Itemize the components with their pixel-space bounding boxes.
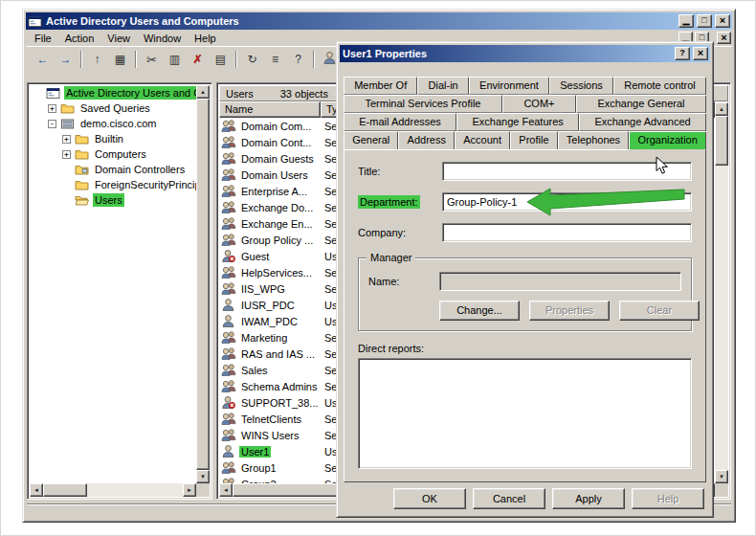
direct-reports-listbox[interactable]	[358, 358, 692, 469]
tree-item-builtin[interactable]: +Builtin	[30, 131, 196, 146]
list-item-name-cell: Domain Users	[219, 168, 321, 181]
dialog-close-button[interactable]: ×	[693, 47, 708, 60]
refresh-icon: ↻	[247, 53, 256, 66]
list-item-name-cell: Domain Guests	[219, 152, 321, 165]
tab-terminal-services-profile[interactable]: Terminal Services Profile	[344, 95, 502, 113]
export-list-icon: ≡	[272, 53, 278, 66]
tab-exchange-general[interactable]: Exchange General	[576, 95, 706, 113]
group-icon	[221, 201, 236, 213]
change-button[interactable]: Change...	[439, 301, 520, 321]
tree-item-active-directory-users-and-computer[interactable]: +Active Directory Users and Computer	[30, 85, 196, 100]
scroll-left-icon[interactable]: ◄	[30, 483, 43, 497]
minimize-button[interactable]: ▁	[678, 14, 694, 28]
group-icon	[221, 413, 236, 425]
scroll-up-icon[interactable]: ▲	[715, 102, 728, 116]
user-icon	[221, 299, 236, 311]
tab-account[interactable]: Account	[455, 131, 510, 150]
tree-item-saved-queries[interactable]: +Saved Queries	[30, 100, 196, 116]
tree-item-demo-cisco-com[interactable]: -demo.cisco.com	[30, 116, 196, 131]
tab-com[interactable]: COM+	[502, 95, 576, 113]
user1-properties-dialog: User1 Properties ? × Member OfDial-inEnv…	[336, 41, 714, 518]
tab-profile[interactable]: Profile	[510, 131, 558, 150]
manager-name-row: Name:	[368, 272, 681, 291]
scroll-down-icon[interactable]: ▼	[715, 470, 728, 483]
tab-remote-control[interactable]: Remote control	[613, 77, 706, 95]
menu-view[interactable]: View	[100, 31, 137, 46]
scrollbar-thumb[interactable]	[715, 116, 728, 166]
toolbar-delete-button[interactable]: ✗	[187, 49, 209, 70]
toolbar-forward-button[interactable]: →	[55, 49, 77, 70]
toolbar-show-tree-button[interactable]: ▦	[109, 49, 131, 70]
list-item-name-cell: Group Policy ...	[219, 234, 321, 246]
menu-file[interactable]: File	[28, 31, 58, 46]
scrollbar-thumb[interactable]	[196, 99, 210, 470]
ok-button[interactable]: OK	[393, 488, 466, 509]
tab-telephones[interactable]: Telephones	[558, 131, 630, 150]
cancel-button[interactable]: Cancel	[473, 488, 545, 509]
apply-button[interactable]: Apply	[552, 488, 625, 509]
tree-item-domain-controllers[interactable]: +Domain Controllers	[30, 162, 196, 177]
screenshot-root: Active Directory Users and Computers ▁ □…	[0, 0, 756, 536]
scrollbar-thumb[interactable]	[233, 483, 338, 497]
tab-general[interactable]: General	[344, 131, 398, 150]
close-button[interactable]: ×	[715, 14, 730, 28]
manager-buttons-row: Change...PropertiesClear	[439, 301, 681, 321]
tree-item-label: Computers	[93, 147, 148, 161]
user-icon	[221, 315, 236, 327]
tree-toggle-icon[interactable]: +	[48, 104, 56, 113]
scrollbar-thumb[interactable]	[43, 483, 87, 497]
list-vertical-scrollbar[interactable]: ▲ ▼	[715, 102, 728, 483]
group-icon	[221, 429, 236, 441]
toolbar-cut-button[interactable]: ✂	[141, 49, 163, 70]
scroll-up-icon[interactable]: ▲	[196, 85, 210, 99]
tab-organization[interactable]: Organization	[629, 131, 706, 150]
tree-toggle-icon[interactable]: +	[62, 150, 71, 159]
tab-member-of[interactable]: Member Of	[344, 77, 417, 95]
tab-exchange-advanced[interactable]: Exchange Advanced	[579, 113, 706, 131]
list-item-name-cell: Group1	[219, 461, 321, 474]
tree-item-users[interactable]: +Users	[30, 192, 196, 208]
list-item-name: WINS Users	[239, 430, 301, 441]
group-icon	[221, 234, 236, 246]
toolbar-up-one-level-button[interactable]: ↑	[86, 49, 108, 70]
console-icon	[46, 87, 60, 100]
tree-toggle-icon[interactable]: -	[48, 120, 56, 128]
list-item-name-cell: Domain Com...	[219, 120, 321, 132]
tab-dial-in[interactable]: Dial-in	[417, 77, 469, 95]
toolbar-back-button[interactable]: ←	[32, 49, 54, 70]
tree-item-label: demo.cisco.com	[78, 117, 158, 130]
tree-item-foreignsecurityprincipals[interactable]: +ForeignSecurityPrincipals	[30, 177, 196, 192]
tab-e-mail-addresses[interactable]: E-mail Addresses	[344, 113, 456, 131]
child-close-button[interactable]: ×	[717, 32, 731, 44]
tab-environment[interactable]: Environment	[469, 77, 549, 95]
group-icon	[221, 136, 236, 148]
tree-vertical-scrollbar[interactable]: ▲ ▼	[196, 85, 210, 483]
tab-exchange-features[interactable]: Exchange Features	[456, 113, 579, 131]
menu-help[interactable]: Help	[188, 31, 223, 46]
toolbar-properties-button[interactable]: ▤	[210, 49, 232, 70]
toolbar-refresh-button[interactable]: ↻	[241, 49, 263, 70]
list-item-name-cell: HelpServices...	[219, 266, 321, 279]
list-item-name-cell: Exchange Do...	[219, 201, 321, 213]
toolbar-help-button[interactable]: ?	[287, 49, 309, 70]
company-input[interactable]	[442, 223, 692, 242]
tree-item-computers[interactable]: +Computers	[30, 146, 196, 162]
add-user-icon	[322, 52, 337, 67]
dialog-help-button[interactable]: ?	[675, 47, 690, 60]
scroll-left-icon[interactable]: ◄	[219, 483, 233, 497]
menu-action[interactable]: Action	[58, 31, 101, 46]
toolbar-copy-button[interactable]: ▥	[164, 49, 186, 70]
title-field-label: Title:	[358, 166, 442, 177]
column-header-name[interactable]: Name	[219, 101, 321, 118]
scroll-right-icon[interactable]: ►	[183, 483, 196, 497]
list-item-name-cell: WINS Users	[219, 429, 321, 441]
scroll-down-icon[interactable]: ▼	[196, 470, 210, 483]
tab-address[interactable]: Address	[398, 131, 455, 150]
maximize-button[interactable]: □	[697, 14, 712, 28]
menu-window[interactable]: Window	[137, 31, 188, 46]
list-item-name: Group1	[239, 462, 278, 474]
tree-toggle-icon[interactable]: +	[62, 135, 71, 144]
tab-sessions[interactable]: Sessions	[549, 77, 613, 95]
tree-horizontal-scrollbar[interactable]: ◄ ►	[30, 483, 196, 497]
toolbar-export-list-button[interactable]: ≡	[264, 49, 286, 70]
